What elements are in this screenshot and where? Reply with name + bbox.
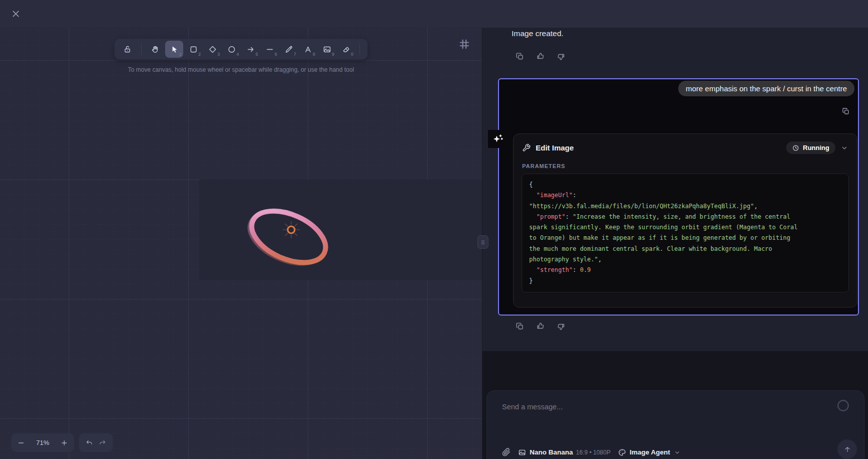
paperclip-icon[interactable] (502, 448, 511, 456)
ellipse-tool-button[interactable]: 4 (222, 41, 240, 58)
image-icon (323, 45, 331, 54)
tool-shortcut: 9 (332, 52, 334, 57)
parameters-label: PARAMETERS (522, 163, 848, 169)
line-tool-button[interactable]: 6 (261, 41, 279, 58)
tool-shortcut: 8 (313, 52, 315, 57)
composer-section: Nano Banana 16:9 • 1080P Image Agent (482, 351, 868, 459)
tool-card-title: Edit Image (536, 143, 574, 152)
zoom-in-icon[interactable] (60, 439, 68, 447)
status-badge[interactable]: Running (786, 141, 835, 154)
arrow-tool-button[interactable]: 5 (241, 41, 260, 58)
sparkle-icon (491, 132, 504, 145)
model-name: Nano Banana (530, 448, 573, 456)
pencil-icon (285, 45, 293, 54)
canvas[interactable]: 1234567890 To move canvas, hold mouse wh… (0, 28, 482, 459)
eraser-icon (342, 45, 350, 54)
eraser-tool-button[interactable]: 0 (337, 41, 355, 58)
close-icon[interactable] (11, 9, 21, 19)
thumbs-up-button[interactable] (536, 322, 545, 331)
image-icon (518, 448, 526, 456)
thumbs-up-button[interactable] (536, 52, 545, 61)
parameters-code: { "imageUrl":"https://v3b.fal.media/file… (522, 174, 849, 292)
code-line: spark significantly. Keep the surroundin… (529, 222, 841, 233)
generating-indicator (488, 130, 507, 148)
tool-shortcut: 6 (275, 52, 277, 57)
code-line: photography style.", (529, 254, 841, 265)
agent-selector[interactable]: Image Agent (618, 448, 681, 456)
lock-tool-button[interactable] (118, 41, 137, 58)
thumbs-down-button[interactable] (557, 52, 565, 61)
hand-icon (151, 45, 160, 54)
copy-button[interactable] (516, 52, 524, 61)
code-line: "imageUrl": (529, 190, 841, 201)
diamond-icon (208, 45, 217, 54)
model-meta: 16:9 • 1080P (576, 449, 610, 456)
copy-icon[interactable] (842, 107, 850, 115)
history-controls (79, 433, 113, 452)
send-button[interactable] (837, 439, 857, 459)
tool-shortcut: 1 (179, 52, 182, 57)
frame-icon[interactable] (458, 38, 471, 51)
top-bar (0, 0, 868, 28)
tool-shortcut: 0 (351, 52, 353, 57)
circle-indicator-icon (836, 398, 850, 413)
drag-dots-icon (480, 239, 485, 246)
tool-shortcut: 4 (236, 52, 239, 57)
tool-shortcut: 7 (294, 52, 296, 57)
code-line: "prompt": "Increase the intensity, size,… (529, 212, 841, 222)
lock-icon (123, 45, 132, 54)
chevron-down-icon[interactable] (840, 144, 848, 152)
composer-card[interactable]: Nano Banana 16:9 • 1080P Image Agent (486, 390, 864, 459)
arrow-up-icon (843, 445, 851, 453)
cursor-icon (170, 45, 179, 54)
tool-shortcut: 5 (256, 52, 258, 57)
draw-tool-button[interactable]: 7 (280, 41, 298, 58)
text-tool-button[interactable]: 8 (299, 41, 317, 58)
thumbs-down-button[interactable] (557, 322, 565, 331)
rectangle-tool-button[interactable]: 2 (184, 41, 202, 58)
toolbar-divider (141, 44, 142, 55)
redo-icon[interactable] (98, 439, 106, 447)
hand-tool-button[interactable] (146, 41, 164, 58)
message-input[interactable] (502, 403, 783, 411)
assistant-status-message: Image created. (512, 29, 563, 38)
code-line: "strength": 0.9 (529, 265, 841, 275)
arrow-icon (246, 45, 255, 54)
result-actions (516, 322, 565, 331)
clock-icon (792, 144, 799, 151)
orbit-ring-artwork (199, 180, 482, 280)
panel-resize-handle[interactable] (477, 235, 488, 249)
wrench-icon (522, 143, 531, 152)
generated-image-object[interactable] (199, 180, 482, 280)
canvas-toolbar: 1234567890 (114, 39, 367, 60)
zoom-level[interactable]: 71% (36, 439, 49, 446)
ellipse-icon (227, 45, 236, 54)
code-line: } (529, 276, 841, 286)
rectangle-icon (189, 45, 198, 54)
code-line: "https://v3b.fal.media/files/b/lion/QHt2… (529, 201, 841, 212)
tool-shortcut: 3 (217, 52, 220, 57)
zoom-controls: 71% (11, 433, 74, 452)
zoom-out-icon[interactable] (17, 439, 25, 447)
model-selector[interactable]: Nano Banana 16:9 • 1080P (518, 448, 610, 456)
toolbar-divider (359, 44, 360, 55)
composer-toolbar: Nano Banana 16:9 • 1080P Image Agent (502, 448, 681, 456)
undo-icon[interactable] (85, 439, 93, 447)
text-icon (304, 45, 312, 54)
diamond-tool-button[interactable]: 3 (203, 41, 221, 58)
select-tool-button[interactable]: 1 (165, 41, 183, 58)
user-message-bubble[interactable]: more emphasis on the spark / curst in th… (678, 81, 854, 96)
chevron-down-icon (674, 449, 681, 456)
message-actions (516, 52, 565, 61)
agent-name: Image Agent (630, 448, 670, 456)
tool-card-header: Edit Image Running (514, 134, 857, 159)
code-line: the much more dominant central spark. Cl… (529, 244, 841, 254)
line-icon (266, 45, 274, 54)
copy-button[interactable] (516, 322, 524, 331)
status-badge-label: Running (803, 144, 829, 151)
tool-shortcut: 2 (198, 52, 201, 57)
selected-message-block[interactable]: more emphasis on the spark / curst in th… (498, 78, 859, 316)
palette-icon (618, 448, 626, 456)
chat-panel: Image created. more emphasis on the spar… (482, 28, 868, 459)
insert-image-tool-button[interactable]: 9 (318, 41, 336, 58)
